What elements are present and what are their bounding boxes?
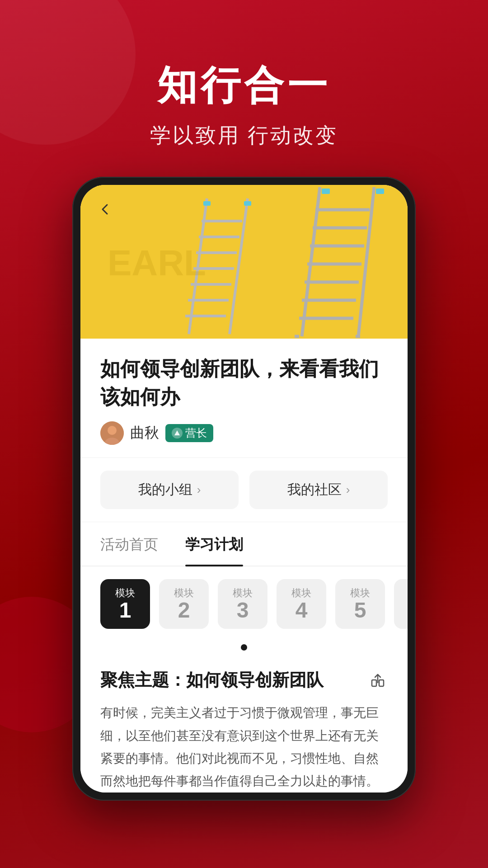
svg-rect-23: [244, 201, 251, 206]
article-title: 如何领导创新团队，来看看我们该如何办: [100, 355, 388, 410]
module-item-3[interactable]: 模块 3: [218, 579, 267, 629]
nav-buttons: 我的小组 › 我的社区 ›: [80, 458, 408, 522]
phone-wrapper: EARL 如何领导创新团队，来看看我们该如何办: [0, 177, 488, 801]
phone-screen: EARL 如何领导创新团队，来看看我们该如何办: [80, 185, 408, 793]
module-indicator: [100, 640, 388, 652]
tabs: 活动首页 学习计划: [80, 522, 408, 566]
tab-activity-home[interactable]: 活动首页: [100, 522, 158, 566]
module-item-4[interactable]: 模块 4: [277, 579, 326, 629]
my-community-arrow: ›: [346, 483, 350, 497]
author-name: 曲秋: [130, 423, 159, 443]
svg-rect-32: [379, 680, 384, 686]
my-group-button[interactable]: 我的小组 ›: [100, 471, 239, 509]
phone-mockup: EARL 如何领导创新团队，来看看我们该如何办: [72, 177, 416, 801]
svg-rect-31: [372, 680, 376, 686]
module-row: 模块 1 模块 2 模块 3 模块 4: [100, 579, 388, 640]
svg-rect-22: [203, 201, 211, 206]
module-item-ending[interactable]: 结营: [394, 579, 408, 629]
hero-title: 知行合一: [0, 59, 488, 113]
content-area: 如何领导创新团队，来看看我们该如何办 曲秋: [80, 339, 408, 793]
module-item-2[interactable]: 模块 2: [159, 579, 209, 629]
module-selector: 模块 1 模块 2 模块 3 模块 4: [80, 566, 408, 652]
svg-text:EARL: EARL: [108, 243, 206, 283]
tab-study-plan[interactable]: 学习计划: [185, 522, 243, 566]
hero-subtitle: 学以致用 行动改变: [0, 122, 488, 150]
module-item-1[interactable]: 模块 1: [100, 579, 150, 629]
share-button[interactable]: [368, 670, 388, 690]
article-info: 如何领导创新团队，来看看我们该如何办 曲秋: [80, 339, 408, 458]
author-avatar: [100, 421, 124, 445]
article-image-svg: EARL: [80, 185, 408, 339]
my-community-button[interactable]: 我的社区 ›: [249, 471, 388, 509]
back-button[interactable]: [93, 198, 117, 221]
section-body: 有时候，完美主义者过于习惯于微观管理，事无巨细，以至他们甚至没有意识到这个世界上…: [100, 702, 388, 793]
svg-rect-25: [376, 189, 384, 194]
badge-icon: [172, 428, 183, 439]
svg-point-28: [108, 426, 117, 435]
rank-badge: 营长: [165, 424, 213, 442]
svg-marker-30: [174, 430, 180, 435]
author-row: 曲秋 营长: [100, 421, 388, 445]
section-title: 聚焦主题：如何领导创新团队: [100, 669, 324, 692]
my-group-arrow: ›: [197, 483, 201, 497]
section-content: 聚焦主题：如何领导创新团队 有时候，完美主义者过于习惯于微观管理，事无巨细，以至…: [80, 652, 408, 793]
active-dot: [241, 644, 247, 651]
article-image: EARL: [80, 185, 408, 339]
hero-section: 知行合一 学以致用 行动改变: [0, 0, 488, 177]
svg-rect-24: [322, 189, 330, 194]
section-header: 聚焦主题：如何领导创新团队: [100, 669, 388, 692]
module-item-5[interactable]: 模块 5: [335, 579, 385, 629]
badge-label: 营长: [185, 426, 207, 440]
